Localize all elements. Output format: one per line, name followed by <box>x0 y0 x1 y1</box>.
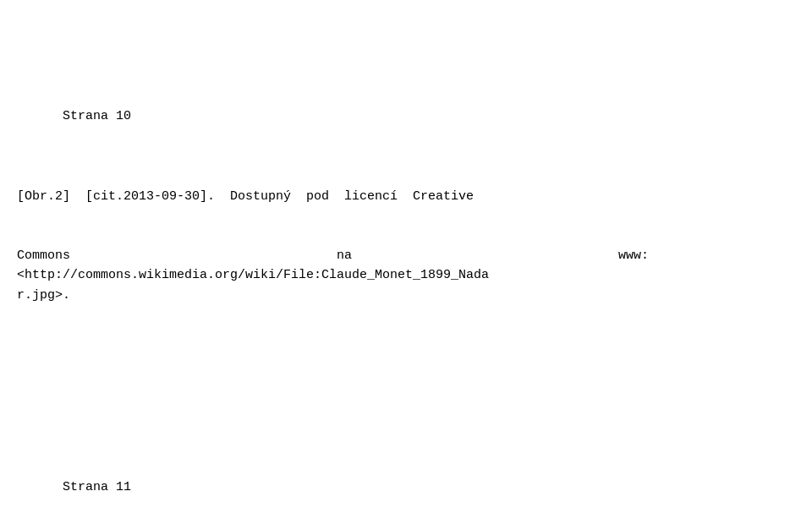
section-2-page: Strana 11 <box>63 480 131 494</box>
section-2-heading: Strana 11 <box>17 458 795 514</box>
section-1-page: Strana 10 <box>63 109 131 123</box>
section-2: Strana 11 [Obr.3] [cit.2013-09-30]. Dost… <box>17 418 795 513</box>
section-1: Strana 10 [Obr.2] [cit.2013-09-30]. Dost… <box>17 48 795 345</box>
section-1-body: Commons na www: <http://commons.wikimedi… <box>17 246 795 305</box>
section-1-heading: Strana 10 <box>17 87 795 146</box>
document-body: Strana 10 [Obr.2] [cit.2013-09-30]. Dost… <box>17 8 795 513</box>
section-1-ref: [Obr.2] [cit.2013-09-30]. Dostupný pod l… <box>17 187 795 206</box>
